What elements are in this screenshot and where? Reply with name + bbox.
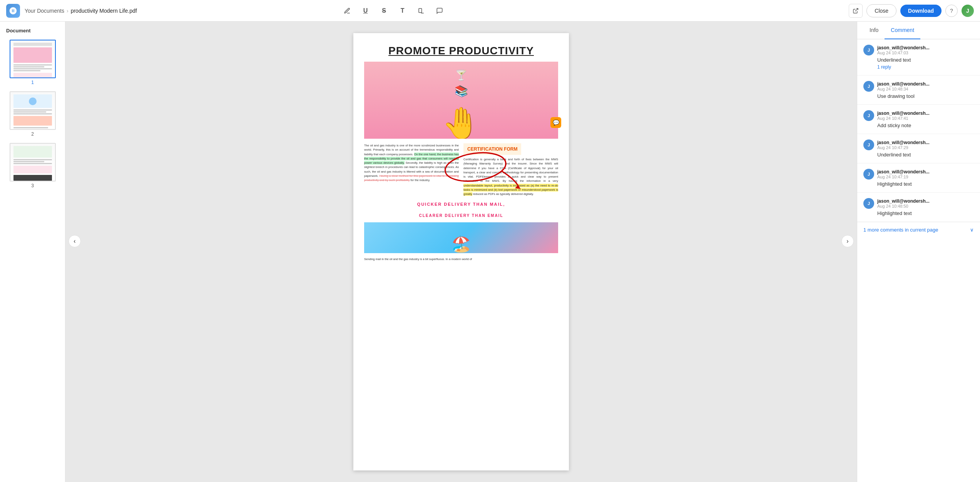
comment-user-6: jason_will@wondersh... (877, 198, 930, 204)
comment-item-2: J jason_will@wondersh... Aug 24 10:48:34… (857, 76, 980, 105)
comment-reply-1[interactable]: 1 reply (877, 64, 974, 70)
help-button[interactable]: ? (945, 5, 958, 17)
page-thumbnail-2[interactable]: 2 (0, 88, 65, 140)
app-logo[interactable] (6, 4, 20, 18)
comment-avatar-1: J (863, 45, 874, 55)
comment-time-6: Aug 24 10:48:50 (877, 204, 930, 208)
pen-tool-button[interactable] (341, 5, 353, 17)
page-hero-image: 🤚 🍸 📚 (364, 62, 558, 139)
sidebar: Document 1 (0, 22, 65, 482)
tab-comment[interactable]: Comment (885, 22, 920, 39)
two-col-content: The oil and gas industry is one of the m… (364, 143, 558, 196)
comment-bubble-icon[interactable]: 💬 (550, 117, 561, 128)
page-number-3: 3 (31, 183, 34, 188)
page-title: PROMOTE PRODUCTIVITY (364, 45, 558, 57)
left-text-end: for the industry. (411, 178, 430, 182)
comment-user-1: jason_will@wondersh... (877, 45, 930, 50)
comment-tool-button[interactable] (433, 5, 446, 17)
beach-icon: 🏖️ (452, 235, 471, 253)
nav-next-button[interactable]: › (841, 235, 854, 247)
comment-time-2: Aug 24 10:48:34 (877, 87, 930, 91)
highlight-tool-button[interactable] (415, 5, 427, 17)
right-panel: Info Comment J jason_will@wondersh... Au… (857, 22, 980, 482)
right-text-end: reduced as PDFs as typically delivered d… (473, 192, 534, 196)
quicker-line1: QUICKER DELIVERY THAN MAIL, (364, 202, 558, 207)
comment-item-1: J jason_will@wondersh... Aug 24 10:47:03… (857, 39, 980, 76)
document-area: ‹ › PROMOTE PRODUCTIVITY 🤚 🍸 📚 The oil a… (65, 22, 857, 482)
topbar: Your Documents › productivity Modern Lif… (0, 0, 980, 22)
comment-user-5: jason_will@wondersh... (877, 169, 930, 175)
comment-user-2: jason_will@wondersh... (877, 81, 930, 87)
comment-meta-3: J jason_will@wondersh... Aug 24 10:47:41 (863, 110, 974, 121)
page-thumbnail-1[interactable]: 1 (0, 37, 65, 88)
right-text-cert: Certification is generally a back and fo… (463, 158, 558, 183)
cert-header: CERTIFICATION FORM (463, 143, 521, 155)
svg-line-1 (855, 8, 858, 11)
page-number-1: 1 (31, 80, 34, 85)
more-comments-text: 1 more comments in current page (863, 227, 938, 233)
comment-time-4: Aug 24 10:47:29 (877, 145, 930, 150)
comment-time-3: Aug 24 10:47:41 (877, 116, 930, 121)
comment-avatar-5: J (863, 169, 874, 180)
underline-tool-button[interactable]: U (360, 5, 372, 17)
svg-rect-0 (419, 8, 422, 13)
hero-hand-icon: 🤚 (442, 108, 480, 139)
comment-text-2: Use drawing tool (877, 93, 974, 99)
comment-text-1: Underlined text (877, 57, 974, 63)
page-thumbnail-3[interactable]: 3 (0, 140, 65, 191)
topbar-right: Close Download ? J (849, 4, 974, 18)
breadcrumb-parent[interactable]: Your Documents (25, 8, 64, 14)
nav-prev-button[interactable]: ‹ (69, 235, 81, 247)
thumb-frame-2 (10, 91, 56, 130)
comment-item-4: J jason_will@wondersh... Aug 24 10:47:29… (857, 134, 980, 163)
page-bottom-hero: 🏖️ (364, 222, 558, 253)
panel-tabs: Info Comment (857, 22, 980, 39)
hero-glass-icon: 🍸 (455, 69, 467, 81)
comment-meta-4: J jason_will@wondersh... Aug 24 10:47:29 (863, 139, 974, 150)
chevron-down-icon: ∨ (970, 227, 974, 233)
sending-text: Sending mail in the oil and the gas indu… (364, 257, 558, 261)
breadcrumb: Your Documents › productivity Modern Lif… (25, 8, 137, 14)
more-comments-link[interactable]: 1 more comments in current page ∨ (857, 222, 980, 237)
comment-item-5: J jason_will@wondersh... Aug 24 10:47:19… (857, 163, 980, 193)
comment-time-1: Aug 24 10:47:03 (877, 50, 930, 55)
text-tool-button[interactable]: T (396, 5, 409, 17)
thumb-frame-1 (10, 40, 56, 78)
comment-meta-1: J jason_will@wondersh... Aug 24 10:47:03 (863, 45, 974, 55)
thumb-frame-3 (10, 143, 56, 181)
left-column: The oil and gas industry is one of the m… (364, 143, 459, 196)
close-button[interactable]: Close (866, 4, 896, 17)
comment-text-6: Highlighted text (877, 210, 974, 216)
strikethrough-tool-button[interactable]: S (378, 5, 390, 17)
comment-item-3: J jason_will@wondersh... Aug 24 10:47:41… (857, 105, 980, 134)
comment-avatar-4: J (863, 139, 874, 150)
comment-user-4: jason_will@wondersh... (877, 140, 930, 145)
comment-avatar-6: J (863, 198, 874, 209)
avatar[interactable]: J (962, 5, 974, 17)
breadcrumb-current: productivity Modern Life.pdf (71, 8, 137, 14)
toolbar-tools: U S T (341, 5, 446, 17)
comment-meta-5: J jason_will@wondersh... Aug 24 10:47:19 (863, 169, 974, 180)
comment-time-5: Aug 24 10:47:19 (877, 175, 930, 179)
page-container: PROMOTE PRODUCTIVITY 🤚 🍸 📚 The oil and g… (353, 33, 569, 470)
comment-text-5: Highlighted text (877, 181, 974, 187)
comment-avatar-2: J (863, 81, 874, 92)
page-number-2: 2 (31, 131, 34, 137)
right-column: CERTIFICATION FORM Certification is gene… (463, 143, 558, 196)
hero-books-icon: 📚 (455, 85, 468, 97)
external-link-button[interactable] (849, 4, 863, 18)
comment-item-6: J jason_will@wondersh... Aug 24 10:48:50… (857, 193, 980, 222)
comment-avatar-3: J (863, 110, 874, 121)
comments-list: J jason_will@wondersh... Aug 24 10:47:03… (857, 39, 980, 222)
main-layout: Document 1 (0, 22, 980, 482)
download-button[interactable]: Download (900, 5, 942, 17)
quicker-line2: CLEARER DELIVERY THAN EMAIL (364, 213, 558, 218)
breadcrumb-separator: › (67, 8, 69, 14)
comment-user-3: jason_will@wondersh... (877, 111, 930, 116)
comment-meta-6: J jason_will@wondersh... Aug 24 10:48:50 (863, 198, 974, 209)
sidebar-header: Document (0, 22, 65, 37)
comment-text-4: Underlined text (877, 152, 974, 158)
page-content: PROMOTE PRODUCTIVITY 🤚 🍸 📚 The oil and g… (353, 33, 569, 273)
tab-info[interactable]: Info (863, 22, 885, 39)
comment-text-3: Add sticky note (877, 123, 974, 128)
